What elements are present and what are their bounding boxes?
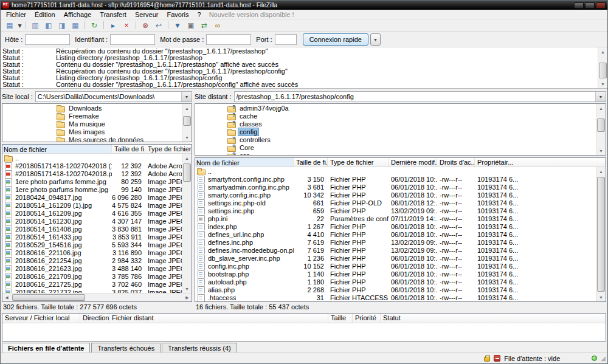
compare-directories-button[interactable]: ▣ <box>184 20 198 31</box>
file-row[interactable]: 20180616_221732.jpg3 825 037Image JPEG <box>2 288 182 293</box>
combo-dropdown-icon[interactable] <box>181 92 192 101</box>
file-row[interactable]: config.inc.php10 152Fichier PHP06/01/201… <box>195 262 596 270</box>
column-header[interactable]: Taille de fi... <box>112 145 145 153</box>
column-header[interactable]: Type de fichier <box>145 145 192 153</box>
menu-item[interactable]: Fichier <box>2 10 30 19</box>
file-row[interactable]: 1ere photo parfums homme.jpg99 140Image … <box>2 185 182 193</box>
column-header[interactable]: Nom de fichier <box>2 145 112 153</box>
reconnect-button[interactable]: ↩ <box>152 20 165 31</box>
file-row[interactable]: smarty.config.inc.php10 342Fichier PHP06… <box>195 191 596 199</box>
scroll-right-icon[interactable] <box>183 294 192 301</box>
local-list-hscrollbar[interactable] <box>2 293 192 301</box>
file-row[interactable]: 20180514_161209 (1).jpg4 575 824Image JP… <box>2 201 182 209</box>
local-tree-scrollbar[interactable] <box>182 104 192 142</box>
process-queue-button[interactable]: ▸ <box>106 20 120 31</box>
scroll-up-icon[interactable] <box>598 47 607 56</box>
scrollbar-thumb[interactable] <box>183 116 191 126</box>
file-row[interactable]: 20180514_161230.jpg4 307 147Image JPEG <box>2 217 182 225</box>
titlebar[interactable]: home717715101.1and1-data.host - sftp://u… <box>1 1 607 10</box>
tree-item[interactable]: classes <box>195 120 596 128</box>
cancel-button[interactable]: × <box>120 20 133 31</box>
toggle-message-log-button[interactable]: ▥ <box>29 20 42 31</box>
scroll-down-icon[interactable] <box>182 133 192 142</box>
menu-item[interactable]: Affichage <box>60 10 96 19</box>
lock-icon[interactable] <box>484 357 490 362</box>
password-input[interactable] <box>206 34 251 45</box>
file-row[interactable]: 20180616_221254.jpg2 984 332Image JPEG <box>2 256 182 264</box>
scroll-up-icon[interactable] <box>596 167 606 176</box>
file-row[interactable]: defines_uri.inc.php4 410Fichier PHP06/01… <box>195 230 596 238</box>
queue-tab[interactable]: Transferts échoués <box>91 343 161 352</box>
file-row[interactable]: .htaccess31Fichier HTACCESS06/01/2018 10… <box>195 294 596 301</box>
tree-item[interactable]: css <box>195 151 596 156</box>
file-row[interactable]: smartyfront.config.inc.php3 150Fichier P… <box>195 175 596 183</box>
tree-item[interactable]: Core <box>195 143 596 151</box>
column-header[interactable]: Dernière modif... <box>389 158 437 167</box>
scrollbar-thumb[interactable] <box>599 63 607 78</box>
column-header[interactable]: Statut <box>381 314 606 323</box>
quickconnect-dropdown-icon[interactable] <box>370 33 381 46</box>
local-list-scrollbar[interactable] <box>182 154 192 293</box>
file-row[interactable]: alias.php2 268Fichier PHP06/01/2018 10:.… <box>195 286 596 294</box>
file-row[interactable]: 20180514_161408.jpg3 830 881Image JPEG <box>2 225 182 233</box>
quickconnect-button[interactable]: Connexion rapide <box>303 33 368 46</box>
menu-item[interactable]: Édition <box>30 10 60 19</box>
file-row[interactable]: settings.inc.php659Fichier PHP13/02/2019… <box>195 207 596 215</box>
host-input[interactable] <box>25 34 70 45</box>
column-header[interactable]: Direction <box>80 314 109 323</box>
menu-item[interactable]: Transfert <box>95 10 131 19</box>
tree-item[interactable]: controllers <box>195 136 596 143</box>
local-path-input[interactable] <box>36 92 181 101</box>
file-row[interactable]: php.ini22Paramètres de configur...07/11/… <box>195 215 596 222</box>
column-header[interactable]: Taille de fi... <box>294 158 328 167</box>
scroll-up-icon[interactable] <box>596 104 606 112</box>
site-manager-dropdown-button[interactable]: ▾ <box>16 20 23 31</box>
column-header[interactable]: Type de fichier <box>328 158 389 167</box>
tree-item[interactable]: Mes sources de données <box>2 136 182 142</box>
scroll-up-icon[interactable] <box>182 104 192 112</box>
column-header[interactable]: Fichier distant <box>109 314 328 323</box>
local-path-combo[interactable] <box>35 91 192 102</box>
toggle-remote-tree-button[interactable]: ◨ <box>55 20 69 31</box>
file-row[interactable]: bootstrap.php1 140Fichier PHP06/01/2018 … <box>195 270 596 278</box>
scrollbar-thumb[interactable] <box>12 294 85 301</box>
combo-dropdown-icon[interactable] <box>595 92 606 101</box>
file-row[interactable]: defines.inc.php7 619Fichier PHP13/02/201… <box>195 238 596 246</box>
file-row[interactable]: db_slave_server.inc.php1 236Fichier PHP0… <box>195 254 596 262</box>
filter-button[interactable]: ▼ <box>171 20 184 31</box>
minimize-button[interactable] <box>574 2 584 9</box>
scroll-up-icon[interactable] <box>182 154 192 162</box>
file-row[interactable]: 20180616_221623.jpg3 488 140Image JPEG <box>2 264 182 272</box>
scroll-down-icon[interactable] <box>596 293 606 301</box>
column-header[interactable]: Propriétair... <box>475 158 606 167</box>
close-button[interactable] <box>596 2 606 9</box>
file-row[interactable]: 20180529_154516.jpg5 593 344Image JPEG <box>2 241 182 249</box>
scroll-left-icon[interactable] <box>2 294 11 301</box>
file-row[interactable]: #201805171418-12027042018.pdf12 392Adobe… <box>2 170 182 177</box>
file-row[interactable]: 1ere photo parfums femme.jpg80 259Image … <box>2 177 182 185</box>
file-row[interactable]: index.php1 267Fichier PHP06/01/2018 10:.… <box>195 222 596 230</box>
file-row[interactable]: defines.inc-modedebug-on.php7 619Fichier… <box>195 246 596 254</box>
file-row[interactable]: autoload.php1 180Fichier PHP06/01/2018 1… <box>195 278 596 286</box>
remote-path-input[interactable] <box>235 92 595 101</box>
tree-item[interactable]: Mes images <box>2 128 182 136</box>
queue-tab[interactable]: Transferts réussis (4) <box>162 343 237 352</box>
port-input[interactable] <box>275 34 297 45</box>
remote-tree-scrollbar[interactable] <box>596 104 606 155</box>
tree-item[interactable]: cache <box>195 112 596 120</box>
menu-item[interactable]: Serveur <box>131 10 163 19</box>
file-row[interactable]: #201805171418-12027042018 (1).pdf12 392A… <box>2 162 182 170</box>
scroll-down-icon[interactable] <box>598 80 607 88</box>
maximize-button[interactable] <box>585 2 595 9</box>
file-row[interactable]: smartyadmin.config.inc.php3 681Fichier P… <box>195 183 596 191</box>
scrollbar-thumb[interactable] <box>597 118 605 132</box>
menu-item[interactable]: ? <box>193 10 206 19</box>
synchronized-browsing-button[interactable]: ⇄ <box>198 20 211 31</box>
file-row[interactable]: settings.inc.php-old661Fichier PHP-OLD06… <box>195 199 596 207</box>
column-header[interactable]: Priorité <box>353 314 381 323</box>
file-row[interactable]: .. <box>195 167 596 175</box>
file-row[interactable]: 20180616_221725.jpg3 702 460Image JPEG <box>2 280 182 288</box>
resize-grip[interactable]: ◢ <box>601 355 606 362</box>
disconnect-button[interactable]: ⊗ <box>139 20 152 31</box>
new-version-notice[interactable]: Nouvelle version disponible ! <box>209 11 294 18</box>
